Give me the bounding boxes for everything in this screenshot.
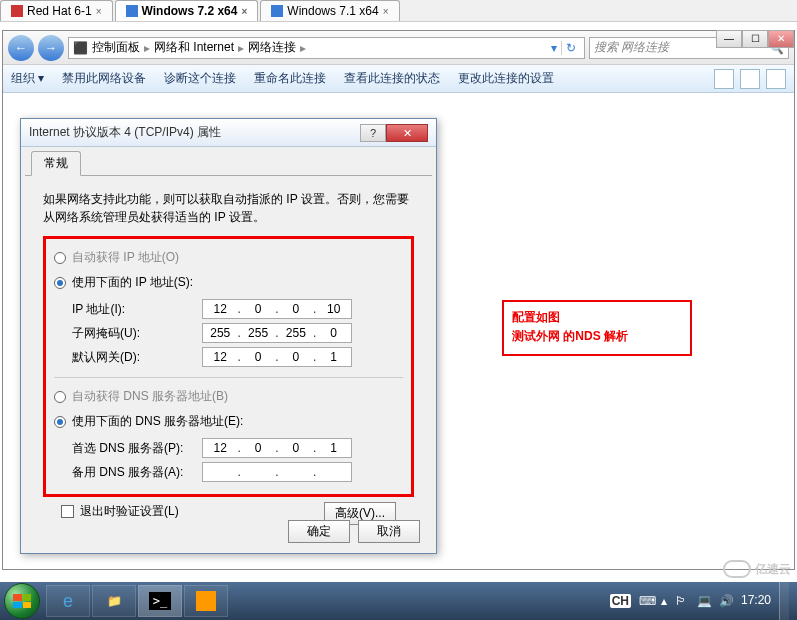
ipv4-properties-dialog: Internet 协议版本 4 (TCP/IPv4) 属性 ? ✕ 常规 如果网…: [20, 118, 437, 554]
address-bar[interactable]: ⬛ 控制面板▸ 网络和 Internet▸ 网络连接▸ ▾ ↻: [68, 37, 585, 59]
taskbar-cmd[interactable]: >_: [138, 585, 182, 617]
checkbox-label: 退出时验证设置(L): [80, 503, 179, 520]
explorer-toolbar: 组织 ▾ 禁用此网络设备 诊断这个连接 重命名此连接 查看此连接的状态 更改此连…: [3, 65, 794, 93]
label-dns2: 备用 DNS 服务器(A):: [72, 464, 202, 481]
ie-icon: e: [63, 591, 73, 612]
forward-button[interactable]: →: [38, 35, 64, 61]
close-icon[interactable]: ×: [383, 6, 389, 17]
annotation-text: 测试外网 的NDS 解析: [512, 327, 682, 346]
chevron-right-icon: ▸: [300, 41, 306, 55]
radio-use-ip[interactable]: 使用下面的 IP 地址(S):: [54, 274, 403, 291]
radio-label: 自动获得 DNS 服务器地址(B): [72, 388, 228, 405]
clock[interactable]: 17:20: [741, 594, 771, 607]
dialog-description: 如果网络支持此功能，则可以获取自动指派的 IP 设置。否则，您需要从网络系统管理…: [43, 190, 414, 226]
close-icon[interactable]: ×: [241, 6, 247, 17]
ip-address-input[interactable]: 12.0.0.10: [202, 299, 352, 319]
system-tray: CH ⌨ ▴ 🏳 💻 🔊 17:20: [610, 582, 793, 620]
explorer-nav: ← → ⬛ 控制面板▸ 网络和 Internet▸ 网络连接▸ ▾ ↻ 搜索 网…: [3, 31, 794, 65]
dialog-titlebar[interactable]: Internet 协议版本 4 (TCP/IPv4) 属性 ? ✕: [21, 119, 436, 147]
label-gateway: 默认网关(D):: [72, 349, 202, 366]
ok-button[interactable]: 确定: [288, 520, 350, 543]
windows-logo-icon: [13, 594, 31, 608]
annotation-text: 配置如图: [512, 308, 682, 327]
radio-label: 使用下面的 IP 地址(S):: [72, 274, 193, 291]
vm-tab-redhat[interactable]: Red Hat 6-1×: [0, 0, 113, 21]
dialog-tabs: 常规: [25, 151, 432, 176]
vm-tab-bar: Red Hat 6-1× Windows 7.2 x64× Windows 7.…: [0, 0, 797, 22]
radio-icon: [54, 277, 66, 289]
label-mask: 子网掩码(U):: [72, 325, 202, 342]
view-status-button[interactable]: 查看此连接的状态: [344, 70, 440, 87]
radio-auto-ip[interactable]: 自动获得 IP 地址(O): [54, 249, 403, 266]
show-desktop-button[interactable]: [779, 582, 789, 620]
help-button[interactable]: [766, 69, 786, 89]
close-icon[interactable]: ×: [96, 6, 102, 17]
folder-icon: 📁: [107, 594, 122, 608]
start-button[interactable]: [4, 583, 40, 619]
radio-icon: [54, 252, 66, 264]
tray-chevron-icon[interactable]: ▴: [661, 594, 667, 608]
keyboard-icon[interactable]: ⌨: [639, 594, 653, 608]
radio-auto-dns[interactable]: 自动获得 DNS 服务器地址(B): [54, 388, 403, 405]
rename-button[interactable]: 重命名此连接: [254, 70, 326, 87]
highlight-box: 自动获得 IP 地址(O) 使用下面的 IP 地址(S): IP 地址(I): …: [43, 236, 414, 497]
action-center-icon[interactable]: 🏳: [675, 594, 689, 608]
annotation-box: 配置如图 测试外网 的NDS 解析: [502, 300, 692, 356]
taskbar-ie[interactable]: e: [46, 585, 90, 617]
alternate-dns-input[interactable]: ...: [202, 462, 352, 482]
vm-tab-win72[interactable]: Windows 7.2 x64×: [115, 0, 259, 21]
radio-icon: [54, 416, 66, 428]
breadcrumb-root[interactable]: 控制面板: [92, 39, 140, 56]
disable-device-button[interactable]: 禁用此网络设备: [62, 70, 146, 87]
minimize-button[interactable]: —: [716, 30, 742, 48]
tab-general[interactable]: 常规: [31, 151, 81, 176]
close-button[interactable]: ✕: [768, 30, 794, 48]
maximize-button[interactable]: ☐: [742, 30, 768, 48]
checkbox-icon: [61, 505, 74, 518]
diagnose-button[interactable]: 诊断这个连接: [164, 70, 236, 87]
cancel-button[interactable]: 取消: [358, 520, 420, 543]
window-controls: — ☐ ✕: [716, 30, 794, 48]
breadcrumb-network-internet[interactable]: 网络和 Internet: [154, 39, 234, 56]
change-settings-button[interactable]: 更改此连接的设置: [458, 70, 554, 87]
radio-label: 使用下面的 DNS 服务器地址(E):: [72, 413, 243, 430]
vm-tab-label: Windows 7.2 x64: [142, 4, 238, 18]
windows-icon: [126, 5, 138, 17]
preview-button[interactable]: [740, 69, 760, 89]
watermark-text: 亿速云: [755, 561, 791, 578]
dialog-title: Internet 协议版本 4 (TCP/IPv4) 属性: [29, 124, 221, 141]
ime-indicator[interactable]: CH: [610, 594, 631, 608]
help-button[interactable]: ?: [360, 124, 386, 142]
close-button[interactable]: ✕: [386, 124, 428, 142]
chevron-right-icon: ▸: [238, 41, 244, 55]
control-panel-icon: ⬛: [73, 41, 88, 55]
radio-use-dns[interactable]: 使用下面的 DNS 服务器地址(E):: [54, 413, 403, 430]
preferred-dns-input[interactable]: 12.0.0.1: [202, 438, 352, 458]
taskbar-explorer[interactable]: 📁: [92, 585, 136, 617]
search-placeholder: 搜索 网络连接: [594, 39, 669, 56]
volume-icon[interactable]: 🔊: [719, 594, 733, 608]
watermark-logo-icon: [723, 560, 751, 578]
chevron-right-icon: ▸: [144, 41, 150, 55]
radio-label: 自动获得 IP 地址(O): [72, 249, 179, 266]
taskbar-app[interactable]: [184, 585, 228, 617]
app-icon: [196, 591, 216, 611]
windows-icon: [271, 5, 283, 17]
refresh-button[interactable]: ↻: [561, 41, 580, 55]
clock-time: 17:20: [741, 594, 771, 607]
view-button[interactable]: [714, 69, 734, 89]
label-dns1: 首选 DNS 服务器(P):: [72, 440, 202, 457]
chevron-down-icon[interactable]: ▾: [551, 41, 557, 55]
back-button[interactable]: ←: [8, 35, 34, 61]
taskbar: e 📁 >_ CH ⌨ ▴ 🏳 💻 🔊 17:20: [0, 582, 797, 620]
gateway-input[interactable]: 12.0.0.1: [202, 347, 352, 367]
subnet-mask-input[interactable]: 255.255.255.0: [202, 323, 352, 343]
organize-menu[interactable]: 组织 ▾: [11, 70, 44, 87]
network-icon[interactable]: 💻: [697, 594, 711, 608]
breadcrumb-network-connections[interactable]: 网络连接: [248, 39, 296, 56]
vm-tab-label: Red Hat 6-1: [27, 4, 92, 18]
watermark: 亿速云: [723, 560, 791, 578]
vm-tab-win71[interactable]: Windows 7.1 x64×: [260, 0, 399, 21]
radio-icon: [54, 391, 66, 403]
redhat-icon: [11, 5, 23, 17]
